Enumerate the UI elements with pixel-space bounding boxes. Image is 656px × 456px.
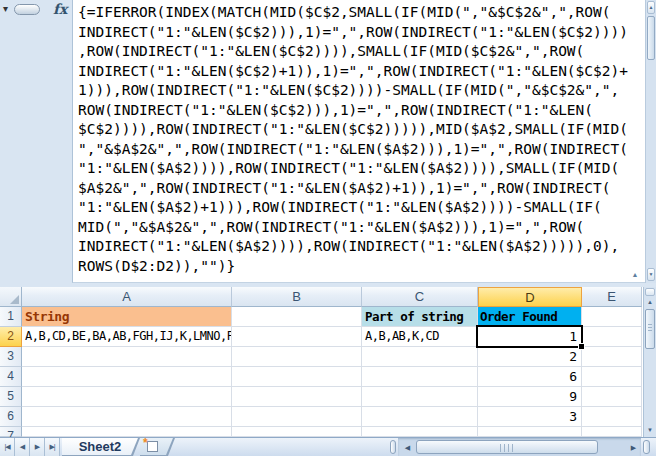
scroll-right-icon[interactable]: ▶ bbox=[627, 438, 640, 456]
row-5: 5 9 bbox=[0, 387, 643, 407]
cell-d1[interactable]: Order Found bbox=[478, 307, 582, 327]
cell-b4[interactable] bbox=[232, 367, 362, 387]
formula-bar-region: ▾ fx {=IFERROR(INDEX(MATCH(MID($C$2,SMAL… bbox=[0, 0, 656, 287]
cell-b2[interactable] bbox=[232, 327, 362, 347]
vertical-scrollbar-thumb[interactable] bbox=[645, 309, 655, 349]
column-header-e[interactable]: E bbox=[582, 287, 642, 307]
column-header-b[interactable]: B bbox=[232, 287, 362, 307]
cell-c5[interactable] bbox=[362, 387, 478, 407]
cell-a1[interactable]: String bbox=[22, 307, 232, 327]
last-sheet-icon[interactable]: ▶| bbox=[45, 438, 60, 456]
previous-sheet-icon[interactable]: ◀ bbox=[15, 438, 30, 456]
cell-a4[interactable] bbox=[22, 367, 232, 387]
row-header-6[interactable]: 6 bbox=[0, 407, 22, 427]
insert-function-button[interactable]: fx bbox=[53, 1, 67, 17]
horizontal-split-handle[interactable] bbox=[643, 440, 650, 454]
scroll-down-icon[interactable]: ▼ bbox=[644, 427, 656, 433]
vertical-split-handle[interactable] bbox=[645, 288, 655, 296]
row-1: 1 String Part of string Order Found bbox=[0, 307, 643, 327]
cell-c3[interactable] bbox=[362, 347, 478, 367]
cell-d2-active[interactable]: 1 bbox=[478, 327, 582, 347]
row-2: 2 A,B,CD,BE,BA,AB,FGH,IJ,K,LMNO,P A,B,AB… bbox=[0, 327, 643, 347]
tab-navigation-buttons: |◀ ◀ ▶ ▶| bbox=[0, 438, 60, 456]
first-sheet-icon[interactable]: |◀ bbox=[0, 438, 15, 456]
row-3: 3 2 bbox=[0, 347, 643, 367]
row-header-3[interactable]: 3 bbox=[0, 347, 22, 367]
cell-a3[interactable] bbox=[22, 347, 232, 367]
scroll-left-icon[interactable]: ◀ bbox=[401, 438, 414, 456]
collapse-formula-bar-icon[interactable]: ▲ bbox=[628, 269, 642, 281]
next-sheet-icon[interactable]: ▶ bbox=[30, 438, 45, 456]
row-header-4[interactable]: 4 bbox=[0, 367, 22, 387]
tab-sheet2[interactable]: Sheet2 bbox=[62, 438, 138, 455]
cell-b5[interactable] bbox=[232, 387, 362, 407]
cell-e5[interactable] bbox=[582, 387, 642, 407]
formula-bar-scrollbar[interactable]: ▲ ▼ bbox=[645, 0, 656, 283]
cell-d5[interactable]: 9 bbox=[478, 387, 582, 407]
cell-a6[interactable] bbox=[22, 407, 232, 427]
cell-c6[interactable] bbox=[362, 407, 478, 427]
row-4: 4 6 bbox=[0, 367, 643, 387]
excel-window: ▾ fx {=IFERROR(INDEX(MATCH(MID($C$2,SMAL… bbox=[0, 0, 656, 456]
worksheet-grid: A B C D E 1 String Part of string Order … bbox=[0, 287, 643, 437]
column-header-row: A B C D E bbox=[0, 287, 643, 307]
row-6: 6 3 bbox=[0, 407, 643, 427]
column-header-c[interactable]: C bbox=[362, 287, 478, 307]
cell-a2[interactable]: A,B,CD,BE,BA,AB,FGH,IJ,K,LMNO,P bbox=[22, 327, 232, 347]
cell-d6[interactable]: 3 bbox=[478, 407, 582, 427]
cell-a5[interactable] bbox=[22, 387, 232, 407]
formula-scroll-up-icon[interactable]: ▲ bbox=[647, 1, 655, 14]
cell-d3[interactable]: 2 bbox=[478, 347, 582, 367]
tab-split-handle[interactable] bbox=[390, 440, 396, 454]
row-header-5[interactable]: 5 bbox=[0, 387, 22, 407]
formula-scrollbar-thumb[interactable] bbox=[647, 16, 655, 60]
vertical-scrollbar[interactable]: ▲ ▼ bbox=[643, 287, 656, 437]
cell-e3[interactable] bbox=[582, 347, 642, 367]
name-box-dropdown-icon[interactable]: ▾ bbox=[3, 3, 8, 14]
column-header-a[interactable]: A bbox=[22, 287, 232, 307]
cell-e4[interactable] bbox=[582, 367, 642, 387]
cell-e2[interactable] bbox=[582, 327, 642, 347]
cell-b1[interactable] bbox=[232, 307, 362, 327]
row-header-2-selected[interactable]: 2 bbox=[0, 327, 22, 347]
cell-c7[interactable] bbox=[362, 427, 478, 437]
cell-c2[interactable]: A,B,AB,K,CD bbox=[362, 327, 478, 347]
row-header-1[interactable]: 1 bbox=[0, 307, 22, 327]
cell-e7[interactable] bbox=[582, 427, 642, 437]
cell-d4[interactable]: 6 bbox=[478, 367, 582, 387]
formula-scroll-down-icon[interactable]: ▼ bbox=[647, 268, 655, 281]
row-header-7[interactable]: 7 bbox=[0, 427, 22, 437]
formula-bar-divider-pill bbox=[14, 4, 40, 15]
column-header-d-selected[interactable]: D bbox=[478, 287, 582, 307]
cell-c4[interactable] bbox=[362, 367, 478, 387]
horizontal-scrollbar-thumb[interactable] bbox=[416, 440, 598, 454]
cell-b6[interactable] bbox=[232, 407, 362, 427]
row-7-partial: 7 bbox=[0, 427, 643, 437]
cell-b3[interactable] bbox=[232, 347, 362, 367]
cell-e6[interactable] bbox=[582, 407, 642, 427]
formula-bar[interactable]: {=IFERROR(INDEX(MATCH(MID($C$2,SMALL(IF(… bbox=[72, 0, 645, 283]
formula-input[interactable]: {=IFERROR(INDEX(MATCH(MID($C$2,SMALL(IF(… bbox=[73, 0, 645, 276]
cell-c1[interactable]: Part of string bbox=[362, 307, 478, 327]
select-all-corner[interactable] bbox=[0, 287, 22, 307]
sheet-tab-bar: |◀ ◀ ▶ ▶| Sheet2 * ◀ ▶ bbox=[0, 437, 656, 456]
cell-d7[interactable] bbox=[478, 427, 582, 437]
cell-e1[interactable] bbox=[582, 307, 642, 327]
cell-b7[interactable] bbox=[232, 427, 362, 437]
insert-worksheet-icon: * bbox=[147, 441, 158, 452]
scroll-up-icon[interactable]: ▲ bbox=[644, 299, 656, 305]
cell-a7[interactable] bbox=[22, 427, 232, 437]
